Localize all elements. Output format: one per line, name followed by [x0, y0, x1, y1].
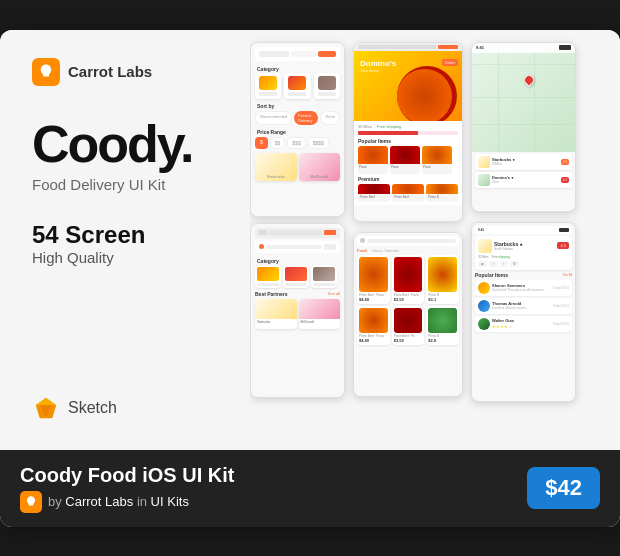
price-badge[interactable]: $42 — [527, 467, 600, 509]
phone-col-2: Domino's Take Away Order 30 Mins Free sh… — [353, 42, 463, 397]
footer: Coody Food iOS UI Kit by Carrot Labs in … — [0, 450, 620, 527]
screen-quality: High Quality — [32, 249, 218, 266]
preview-area: Carrot Labs Coody. Food Delivery UI Kit … — [0, 30, 620, 450]
phone-col-3: 9:41 Starbucks ● 1000 m — [471, 42, 576, 402]
screen-count: 54 Screen — [32, 221, 218, 250]
product-title: Coody Food iOS UI Kit — [20, 464, 234, 487]
brand-name: Carrot Labs — [68, 63, 152, 80]
screen-restaurant-detail: 9:41 Starbucks ● North Vietnam — [471, 222, 576, 402]
brand-row: Carrot Labs — [32, 58, 218, 86]
tool-row: Sketch — [32, 394, 218, 422]
footer-meta: by Carrot Labs in UI Kits — [20, 491, 234, 513]
product-card: Carrot Labs Coody. Food Delivery UI Kit … — [0, 30, 620, 527]
screen-restaurant-list: Domino's Take Away Order 30 Mins Free sh… — [353, 42, 463, 222]
phone-col-1: Category — [250, 42, 345, 398]
screen-home: Category — [250, 223, 345, 398]
tool-label: Sketch — [68, 399, 117, 417]
footer-brand-icon — [20, 491, 42, 513]
screen-map: 9:41 Starbucks ● 1000 m — [471, 42, 576, 212]
footer-meta-text: by Carrot Labs in UI Kits — [48, 494, 189, 509]
footer-carrot-icon — [24, 495, 38, 509]
sketch-icon — [32, 394, 60, 422]
left-panel: Carrot Labs Coody. Food Delivery UI Kit … — [0, 30, 250, 450]
screen-food-browse: Food · Hanoi, Vietnam Prime Beef · Pizza… — [353, 232, 463, 397]
mockup-area: Category — [250, 30, 620, 450]
footer-left: Coody Food iOS UI Kit by Carrot Labs in … — [20, 464, 234, 513]
brand-icon — [32, 58, 60, 86]
app-title: Coody. — [32, 118, 218, 170]
app-subtitle: Food Delivery UI Kit — [32, 176, 218, 193]
carrot-icon — [37, 63, 55, 81]
screen-category-top: Category — [250, 42, 345, 217]
